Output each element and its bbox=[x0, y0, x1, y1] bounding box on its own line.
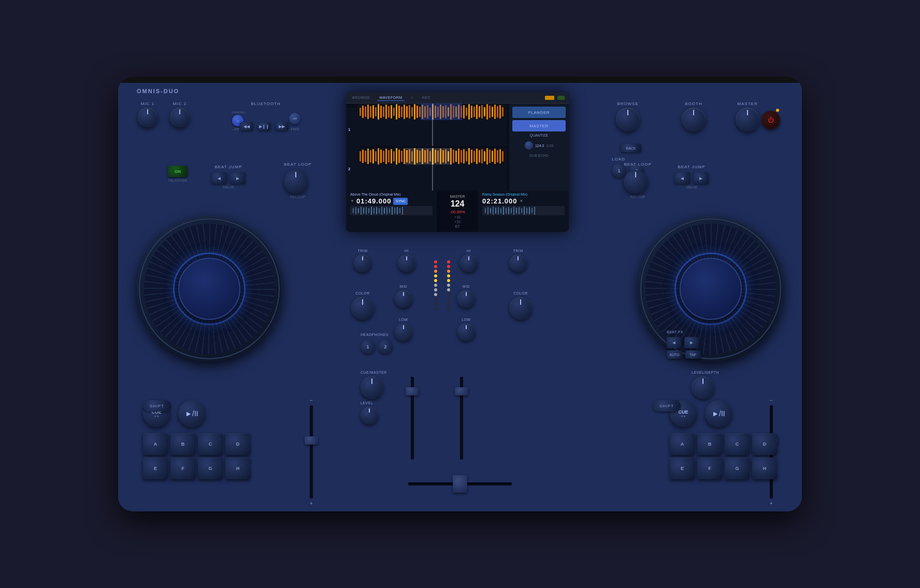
low-right-knob[interactable] bbox=[457, 324, 475, 341]
trim-left-knob[interactable] bbox=[354, 255, 371, 272]
svg-rect-15 bbox=[396, 104, 397, 120]
svg-rect-103 bbox=[471, 150, 472, 163]
svg-rect-73 bbox=[393, 151, 395, 161]
hp-btn-1[interactable]: 1 bbox=[361, 340, 375, 354]
play-btn-right[interactable]: ►/II bbox=[705, 400, 732, 427]
bt-headphone-btn[interactable]: ⚰ bbox=[289, 113, 300, 124]
hi-right-knob[interactable] bbox=[460, 255, 478, 272]
auto-btn[interactable]: AUTO bbox=[667, 350, 682, 359]
transport-controls: ◀◀ ▶❙❙ ▶▶ bbox=[240, 122, 289, 130]
trim-left-label: TRIM bbox=[357, 249, 367, 253]
pad-right-E[interactable]: E bbox=[670, 458, 695, 479]
cue-master-knob[interactable] bbox=[361, 376, 383, 399]
svg-rect-97 bbox=[455, 151, 457, 162]
battery-icon bbox=[545, 96, 554, 100]
level-depth-knob[interactable] bbox=[692, 376, 714, 399]
pad-left-D[interactable]: D bbox=[225, 433, 250, 455]
master-knob[interactable] bbox=[736, 108, 759, 131]
vu-dot-d3 bbox=[447, 302, 450, 305]
jog-wheel-right[interactable] bbox=[638, 216, 783, 361]
on-btn[interactable]: ON bbox=[168, 166, 188, 177]
browse-knob[interactable] bbox=[616, 108, 640, 131]
booth-knob[interactable] bbox=[682, 108, 706, 131]
pad-left-A[interactable]: A bbox=[143, 433, 168, 455]
channel-fader-right-track[interactable] bbox=[460, 377, 463, 460]
mid-left-knob[interactable] bbox=[395, 290, 412, 308]
low-left-group: LOW bbox=[395, 318, 412, 341]
pad-right-G[interactable]: G bbox=[725, 458, 750, 479]
vu-dot-r1 bbox=[447, 260, 450, 263]
tab-info[interactable]: i bbox=[410, 95, 415, 101]
sync-btn[interactable]: SYNC bbox=[393, 198, 408, 205]
pad-right-H[interactable]: H bbox=[752, 458, 777, 479]
channel-fader-right-handle[interactable] bbox=[455, 387, 468, 395]
svg-rect-9 bbox=[380, 106, 382, 118]
jog-wheel-left[interactable] bbox=[137, 216, 282, 361]
fx-fraction: 1/16 bbox=[546, 144, 553, 148]
channel-fader-left-handle[interactable] bbox=[406, 387, 419, 395]
pad-left-B[interactable]: B bbox=[170, 433, 195, 455]
left-deck-controls: CUE ◄► ►/II A B C D E F G H bbox=[143, 400, 250, 479]
next-btn[interactable]: ▶▶ bbox=[275, 122, 289, 130]
hp-btn-2[interactable]: 2 bbox=[378, 340, 393, 354]
shift-btn-right[interactable]: SHIFT bbox=[653, 400, 681, 411]
play-btn-left[interactable]: ►/II bbox=[178, 400, 205, 427]
low-left-knob[interactable] bbox=[395, 324, 412, 341]
svg-rect-149 bbox=[508, 207, 509, 214]
channel-fader-left-track[interactable] bbox=[411, 377, 414, 460]
pad-right-C[interactable]: C bbox=[725, 433, 750, 455]
beat-fx-btns: ◄ ► bbox=[667, 337, 701, 348]
cue-master-section: CUE/MASTER LEVEL bbox=[361, 371, 387, 424]
svg-rect-157 bbox=[529, 207, 530, 214]
deck-side-indicators: 1 2 bbox=[346, 108, 358, 190]
beat-jump-right-next[interactable]: ► bbox=[693, 172, 709, 184]
trim-right-knob[interactable] bbox=[509, 255, 527, 272]
tab-browse[interactable]: BROWSE bbox=[350, 95, 372, 101]
tap-btn[interactable]: TAP bbox=[685, 350, 701, 359]
beat-jump-left-prev[interactable]: ◄ bbox=[211, 172, 227, 184]
crossfader-track[interactable] bbox=[408, 482, 512, 486]
pad-right-A[interactable]: A bbox=[670, 433, 695, 455]
master-fx-btn[interactable]: MASTER bbox=[512, 120, 566, 131]
fx-toggle-knob[interactable] bbox=[525, 141, 533, 150]
tab-waveform[interactable]: WAVEFORM bbox=[377, 95, 404, 101]
shift-btn-left[interactable]: SHIFT bbox=[143, 400, 171, 411]
pad-left-G[interactable]: G bbox=[198, 458, 223, 479]
crossfader-handle[interactable] bbox=[453, 475, 467, 493]
tab-rec[interactable]: REC bbox=[420, 95, 433, 101]
beat-fx-next[interactable]: ► bbox=[684, 337, 699, 348]
beat-loop-right-knob[interactable] bbox=[624, 170, 648, 194]
flanger-btn[interactable]: FLANGER bbox=[512, 107, 566, 118]
svg-rect-13 bbox=[391, 105, 392, 119]
jog-wheel-left-disc[interactable] bbox=[137, 216, 282, 361]
prev-btn[interactable]: ◀◀ bbox=[240, 122, 253, 130]
beat-fx-prev[interactable]: ◄ bbox=[667, 337, 681, 348]
play-pause-btn[interactable]: ▶❙❙ bbox=[257, 122, 271, 130]
color-left-knob[interactable] bbox=[351, 297, 374, 320]
pad-right-D[interactable]: D bbox=[752, 433, 777, 455]
mic2-knob[interactable] bbox=[170, 108, 190, 127]
mid-right-knob[interactable] bbox=[457, 290, 475, 308]
back-button[interactable]: BACK bbox=[621, 144, 641, 152]
power-button[interactable]: ⏻ bbox=[761, 111, 780, 129]
color-right-knob[interactable] bbox=[509, 297, 532, 320]
deck1-indicator: 1 bbox=[348, 127, 356, 132]
pad-left-H[interactable]: H bbox=[225, 458, 250, 479]
beat-jump-right-prev[interactable]: ◄ bbox=[674, 172, 690, 184]
jog-wheel-right-disc[interactable] bbox=[638, 216, 783, 361]
svg-rect-129 bbox=[379, 208, 380, 213]
pad-left-E[interactable]: E bbox=[143, 458, 168, 479]
status-led bbox=[776, 109, 779, 112]
pad-right-B[interactable]: B bbox=[697, 433, 722, 455]
beat-jump-left-next[interactable]: ► bbox=[230, 172, 246, 184]
pitch-track-left[interactable] bbox=[310, 405, 313, 498]
pad-right-F[interactable]: F bbox=[697, 458, 722, 479]
beat-loop-left-knob[interactable] bbox=[284, 170, 308, 194]
vu-dot-dim3 bbox=[434, 307, 437, 310]
pad-left-F[interactable]: F bbox=[170, 458, 195, 479]
hi-left-knob[interactable] bbox=[398, 255, 415, 272]
level-knob[interactable] bbox=[361, 407, 378, 424]
mic1-knob[interactable] bbox=[138, 108, 157, 127]
pitch-handle-left[interactable] bbox=[305, 436, 318, 445]
pad-left-C[interactable]: C bbox=[198, 433, 223, 455]
